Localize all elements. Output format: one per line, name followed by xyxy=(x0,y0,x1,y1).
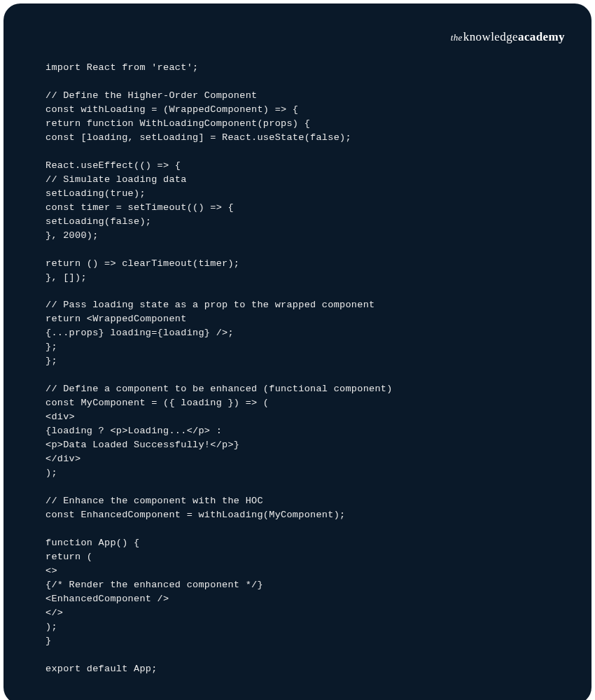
brand-knowledge: knowledge xyxy=(463,30,518,43)
brand-academy: academy xyxy=(518,30,565,43)
code-snippet-container: theknowledgeacademy import React from 'r… xyxy=(4,4,592,700)
brand-the: the xyxy=(451,32,463,43)
brand-logo: theknowledgeacademy xyxy=(451,30,565,44)
code-block: import React from 'react'; // Define the… xyxy=(4,24,592,676)
